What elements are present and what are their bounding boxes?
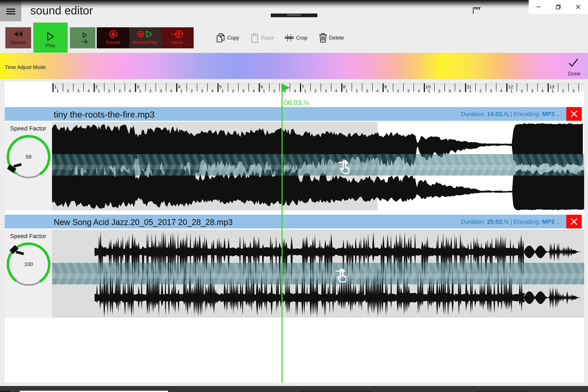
svg-text:100: 100 <box>24 261 33 267</box>
svg-text:59: 59 <box>26 154 32 160</box>
